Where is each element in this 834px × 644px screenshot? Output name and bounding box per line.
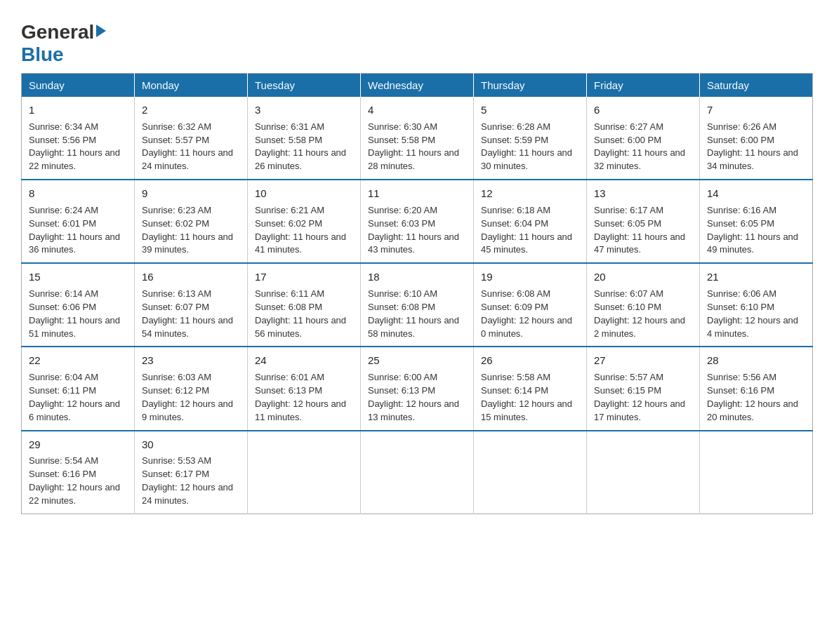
calendar-cell: 11 Sunrise: 6:20 AMSunset: 6:03 PMDaylig… [361, 180, 474, 263]
day-info: Sunrise: 6:27 AMSunset: 6:00 PMDaylight:… [594, 121, 685, 172]
calendar-cell: 27 Sunrise: 5:57 AMSunset: 6:15 PMDaylig… [587, 347, 700, 430]
day-number: 6 [594, 102, 692, 118]
day-info: Sunrise: 6:34 AMSunset: 5:56 PMDaylight:… [29, 121, 120, 172]
logo-general-text: General [21, 21, 94, 43]
calendar-cell: 20 Sunrise: 6:07 AMSunset: 6:10 PMDaylig… [587, 263, 700, 347]
calendar-cell [361, 431, 474, 514]
calendar-cell [700, 431, 813, 514]
calendar-week-row-4: 22 Sunrise: 6:04 AMSunset: 6:11 PMDaylig… [22, 347, 813, 430]
weekday-header-sunday: Sunday [22, 74, 135, 98]
day-number: 22 [29, 353, 127, 368]
day-info: Sunrise: 6:01 AMSunset: 6:13 PMDaylight:… [255, 372, 346, 422]
day-info: Sunrise: 6:24 AMSunset: 6:01 PMDaylight:… [29, 205, 120, 255]
day-number: 2 [142, 102, 240, 118]
day-number: 27 [594, 353, 692, 368]
calendar-cell [474, 431, 587, 514]
day-number: 7 [707, 102, 805, 118]
calendar-cell: 19 Sunrise: 6:08 AMSunset: 6:09 PMDaylig… [474, 263, 587, 347]
day-info: Sunrise: 6:07 AMSunset: 6:10 PMDaylight:… [594, 288, 685, 339]
day-number: 21 [707, 269, 805, 285]
day-info: Sunrise: 5:56 AMSunset: 6:16 PMDaylight:… [707, 372, 798, 422]
weekday-header-wednesday: Wednesday [361, 74, 474, 98]
day-number: 19 [481, 269, 579, 285]
calendar-cell: 6 Sunrise: 6:27 AMSunset: 6:00 PMDayligh… [587, 97, 700, 180]
day-number: 26 [481, 353, 579, 368]
weekday-header-thursday: Thursday [474, 74, 587, 98]
day-number: 10 [255, 186, 353, 201]
calendar-cell: 23 Sunrise: 6:03 AMSunset: 6:12 PMDaylig… [135, 347, 248, 430]
day-number: 3 [255, 102, 353, 118]
day-info: Sunrise: 6:20 AMSunset: 6:03 PMDaylight:… [368, 205, 459, 255]
logo: General Blue [21, 14, 106, 66]
calendar-cell: 18 Sunrise: 6:10 AMSunset: 6:08 PMDaylig… [361, 263, 474, 347]
calendar-cell: 17 Sunrise: 6:11 AMSunset: 6:08 PMDaylig… [248, 263, 361, 347]
calendar-cell: 16 Sunrise: 6:13 AMSunset: 6:07 PMDaylig… [135, 263, 248, 347]
day-info: Sunrise: 6:00 AMSunset: 6:13 PMDaylight:… [368, 372, 459, 422]
calendar-cell: 13 Sunrise: 6:17 AMSunset: 6:05 PMDaylig… [587, 180, 700, 263]
day-info: Sunrise: 6:31 AMSunset: 5:58 PMDaylight:… [255, 121, 346, 172]
calendar-week-row-3: 15 Sunrise: 6:14 AMSunset: 6:06 PMDaylig… [22, 263, 813, 347]
day-number: 23 [142, 353, 240, 368]
day-number: 18 [368, 269, 466, 285]
day-info: Sunrise: 6:21 AMSunset: 6:02 PMDaylight:… [255, 205, 346, 255]
day-number: 12 [481, 186, 579, 201]
calendar-table: SundayMondayTuesdayWednesdayThursdayFrid… [21, 73, 813, 514]
day-number: 25 [368, 353, 466, 368]
calendar-cell: 30 Sunrise: 5:53 AMSunset: 6:17 PMDaylig… [135, 431, 248, 514]
calendar-week-row-2: 8 Sunrise: 6:24 AMSunset: 6:01 PMDayligh… [22, 180, 813, 263]
calendar-cell: 9 Sunrise: 6:23 AMSunset: 6:02 PMDayligh… [135, 180, 248, 263]
calendar-cell: 22 Sunrise: 6:04 AMSunset: 6:11 PMDaylig… [22, 347, 135, 430]
day-info: Sunrise: 6:11 AMSunset: 6:08 PMDaylight:… [255, 288, 346, 339]
calendar-cell: 26 Sunrise: 5:58 AMSunset: 6:14 PMDaylig… [474, 347, 587, 430]
calendar-cell: 3 Sunrise: 6:31 AMSunset: 5:58 PMDayligh… [248, 97, 361, 180]
day-number: 11 [368, 186, 466, 201]
calendar-cell: 25 Sunrise: 6:00 AMSunset: 6:13 PMDaylig… [361, 347, 474, 430]
calendar-cell: 8 Sunrise: 6:24 AMSunset: 6:01 PMDayligh… [22, 180, 135, 263]
calendar-cell [587, 431, 700, 514]
weekday-header-row: SundayMondayTuesdayWednesdayThursdayFrid… [22, 74, 813, 98]
calendar-cell: 21 Sunrise: 6:06 AMSunset: 6:10 PMDaylig… [700, 263, 813, 347]
calendar-cell: 10 Sunrise: 6:21 AMSunset: 6:02 PMDaylig… [248, 180, 361, 263]
day-number: 17 [255, 269, 353, 285]
calendar-cell: 4 Sunrise: 6:30 AMSunset: 5:58 PMDayligh… [361, 97, 474, 180]
logo-blue-text: Blue [21, 43, 64, 65]
day-info: Sunrise: 5:53 AMSunset: 6:17 PMDaylight:… [142, 455, 233, 506]
calendar-cell: 29 Sunrise: 5:54 AMSunset: 6:16 PMDaylig… [22, 431, 135, 514]
day-info: Sunrise: 5:58 AMSunset: 6:14 PMDaylight:… [481, 372, 572, 422]
day-info: Sunrise: 6:10 AMSunset: 6:08 PMDaylight:… [368, 288, 459, 339]
day-number: 14 [707, 186, 805, 201]
page: General Blue SundayMondayTuesdayWednesda… [0, 0, 834, 535]
day-info: Sunrise: 6:16 AMSunset: 6:05 PMDaylight:… [707, 205, 798, 255]
day-info: Sunrise: 6:13 AMSunset: 6:07 PMDaylight:… [142, 288, 233, 339]
day-info: Sunrise: 6:17 AMSunset: 6:05 PMDaylight:… [594, 205, 685, 255]
day-info: Sunrise: 6:03 AMSunset: 6:12 PMDaylight:… [142, 372, 233, 422]
weekday-header-friday: Friday [587, 74, 700, 98]
day-info: Sunrise: 6:06 AMSunset: 6:10 PMDaylight:… [707, 288, 798, 339]
calendar-cell [248, 431, 361, 514]
day-info: Sunrise: 5:54 AMSunset: 6:16 PMDaylight:… [29, 455, 120, 506]
calendar-cell: 12 Sunrise: 6:18 AMSunset: 6:04 PMDaylig… [474, 180, 587, 263]
day-info: Sunrise: 5:57 AMSunset: 6:15 PMDaylight:… [594, 372, 685, 422]
weekday-header-saturday: Saturday [700, 74, 813, 98]
day-number: 15 [29, 269, 127, 285]
day-info: Sunrise: 6:18 AMSunset: 6:04 PMDaylight:… [481, 205, 572, 255]
day-number: 30 [142, 437, 240, 452]
day-info: Sunrise: 6:32 AMSunset: 5:57 PMDaylight:… [142, 121, 233, 172]
day-info: Sunrise: 6:14 AMSunset: 6:06 PMDaylight:… [29, 288, 120, 339]
day-number: 20 [594, 269, 692, 285]
calendar-cell: 2 Sunrise: 6:32 AMSunset: 5:57 PMDayligh… [135, 97, 248, 180]
day-number: 8 [29, 186, 127, 201]
day-number: 28 [707, 353, 805, 368]
day-info: Sunrise: 6:30 AMSunset: 5:58 PMDaylight:… [368, 121, 459, 172]
calendar-cell: 28 Sunrise: 5:56 AMSunset: 6:16 PMDaylig… [700, 347, 813, 430]
day-number: 13 [594, 186, 692, 201]
calendar-cell: 7 Sunrise: 6:26 AMSunset: 6:00 PMDayligh… [700, 97, 813, 180]
day-info: Sunrise: 6:08 AMSunset: 6:09 PMDaylight:… [481, 288, 572, 339]
day-info: Sunrise: 6:04 AMSunset: 6:11 PMDaylight:… [29, 372, 120, 422]
day-number: 16 [142, 269, 240, 285]
calendar-cell: 15 Sunrise: 6:14 AMSunset: 6:06 PMDaylig… [22, 263, 135, 347]
day-number: 29 [29, 437, 127, 452]
day-info: Sunrise: 6:23 AMSunset: 6:02 PMDaylight:… [142, 205, 233, 255]
day-info: Sunrise: 6:28 AMSunset: 5:59 PMDaylight:… [481, 121, 572, 172]
weekday-header-monday: Monday [135, 74, 248, 98]
